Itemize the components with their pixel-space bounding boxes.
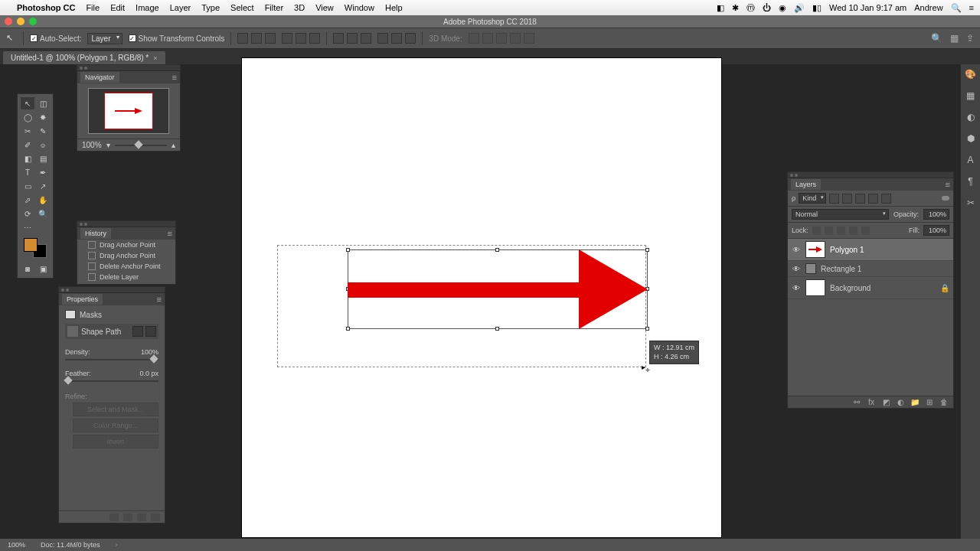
menu-edit[interactable]: Edit [110,3,125,12]
filter-smart-icon[interactable] [881,194,891,204]
distribute-buttons[interactable] [333,33,371,44]
color-swatches[interactable] [24,238,47,258]
group-icon[interactable]: 📁 [910,398,920,407]
move-tool-icon[interactable] [6,33,17,44]
filter-pixel-icon[interactable] [829,194,839,204]
menu-type[interactable]: Type [201,3,220,12]
auto-select-checkbox[interactable]: ✓Auto-Select: [30,34,81,43]
layers-tab[interactable]: Layers [791,179,821,190]
document-tab[interactable]: Untitled-1 @ 100% (Polygon 1, RGB/8) *× [3,51,165,64]
panel-menu-icon[interactable]: ≡ [157,295,162,304]
color-panel-icon[interactable]: 🎨 [965,69,976,80]
menu-filter[interactable]: Filter [265,3,283,12]
wifi-icon[interactable]: ◉ [779,3,786,13]
gradient-tool[interactable]: ▤ [36,152,50,165]
visibility-toggle[interactable]: 👁 [792,246,801,254]
filter-type-icon[interactable] [855,194,865,204]
arrow-head[interactable] [579,249,648,329]
user-menu[interactable]: Andrew [914,3,942,12]
arrow-shape[interactable] [348,282,580,298]
lock-pixels-icon[interactable] [825,227,833,235]
adjustments-panel-icon[interactable]: ◐ [967,112,975,122]
actions-panel-icon[interactable]: ✂ [967,197,975,208]
menu-file[interactable]: File [86,3,100,12]
mask-btn-icon[interactable] [145,326,156,337]
menu-help[interactable]: Help [385,3,403,12]
swatches-panel-icon[interactable]: ▦ [966,90,975,101]
properties-tab[interactable]: Properties [62,294,103,305]
menu-image[interactable]: Image [136,3,159,12]
brush-tool[interactable]: ✐ [21,139,34,151]
layer-row[interactable]: 👁 Background 🔒 [788,277,953,299]
eyedropper-tool[interactable]: ✎ [36,125,50,137]
zoom-out-icon[interactable]: ▾ [106,141,110,149]
layer-row[interactable]: 👁 Polygon 1 [788,239,953,261]
path-tool[interactable]: ↗ [36,180,50,192]
blend-mode-select[interactable]: Normal [792,209,889,220]
panel-menu-icon[interactable]: ≡ [168,229,172,238]
trash-icon[interactable]: 🗑 [939,398,949,407]
clock[interactable]: Wed 10 Jan 9:17 am [829,3,906,12]
feather-slider[interactable] [65,380,158,382]
hand-tool[interactable]: ✋ [36,194,50,206]
app-menu[interactable]: Photoshop CC [17,3,75,12]
menu-view[interactable]: View [315,3,334,12]
volume-icon[interactable]: 🔊 [794,3,805,13]
window-zoom[interactable] [29,18,37,25]
navigator-thumbnail[interactable] [88,88,169,134]
filter-toggle[interactable] [942,196,949,201]
menu-select[interactable]: Select [230,3,254,12]
layer-thumb[interactable] [805,263,816,274]
paragraph-panel-icon[interactable]: ¶ [968,176,972,187]
workspace-icon[interactable]: ▦ [950,33,959,44]
styles-panel-icon[interactable]: ⬢ [967,133,975,144]
layer-row[interactable]: 👁 Rectangle 1 [788,261,953,277]
zoom-slider[interactable] [115,145,167,146]
pen-tool[interactable]: ✒ [36,166,50,178]
history-item[interactable]: Drag Anchor Point [77,250,175,261]
quick-mask[interactable]: ◙ [21,262,34,275]
quick-select-tool[interactable]: ✸ [36,111,50,123]
distribute-buttons-v[interactable] [377,33,416,44]
navigator-tab[interactable]: Navigator [80,72,119,83]
panel-menu-icon[interactable]: ≡ [946,180,950,189]
history-tab[interactable]: History [80,228,111,239]
close-tab-icon[interactable]: × [153,54,157,62]
window-close[interactable] [5,18,12,25]
density-slider[interactable] [65,359,158,360]
filter-shape-icon[interactable] [868,194,878,204]
trash-icon[interactable] [151,514,160,521]
status-zoom[interactable]: 100% [8,541,25,549]
shape-tool[interactable]: ▭ [21,180,34,192]
layer-thumb[interactable] [805,279,825,296]
fill-input[interactable]: 100% [923,225,949,236]
eraser-tool[interactable]: ◧ [21,152,34,165]
new-layer-icon[interactable]: ⊞ [925,398,934,407]
menu-layer[interactable]: Layer [170,3,191,12]
adjustment-icon[interactable]: ◐ [896,398,905,407]
status-doc[interactable]: Doc: 11.4M/0 bytes [41,541,100,549]
status-icon[interactable]: ◧ [717,3,724,13]
window-minimize[interactable] [17,18,24,25]
menu-window[interactable]: Window [345,3,374,12]
search-icon[interactable]: 🔍 [931,33,942,44]
rotate-tool[interactable]: ⟳ [21,207,34,220]
character-panel-icon[interactable]: A [967,155,973,165]
share-icon[interactable]: ⇪ [966,33,974,44]
mask-icon[interactable]: ◩ [881,398,890,407]
align-buttons[interactable] [237,33,276,44]
panel-footer-icon[interactable] [109,514,119,521]
zoom-tool[interactable]: 🔍 [36,207,50,220]
lock-artboard-icon[interactable] [849,227,858,235]
move-tool[interactable]: ↖ [21,97,34,109]
layer-name[interactable]: Rectangle 1 [821,265,861,273]
status-icon[interactable]: ⓜ [746,2,755,14]
layer-thumb[interactable] [805,241,825,258]
notifications-icon[interactable]: ≡ [969,3,974,12]
battery-icon[interactable]: ▮▯ [812,3,822,13]
history-item[interactable]: Delete Layer [77,272,175,282]
history-item[interactable]: Delete Anchor Point [77,261,175,272]
feather-value[interactable]: 0.0 px [139,370,158,377]
panel-footer-icon[interactable] [123,514,132,521]
panel-footer-icon[interactable] [137,514,146,521]
